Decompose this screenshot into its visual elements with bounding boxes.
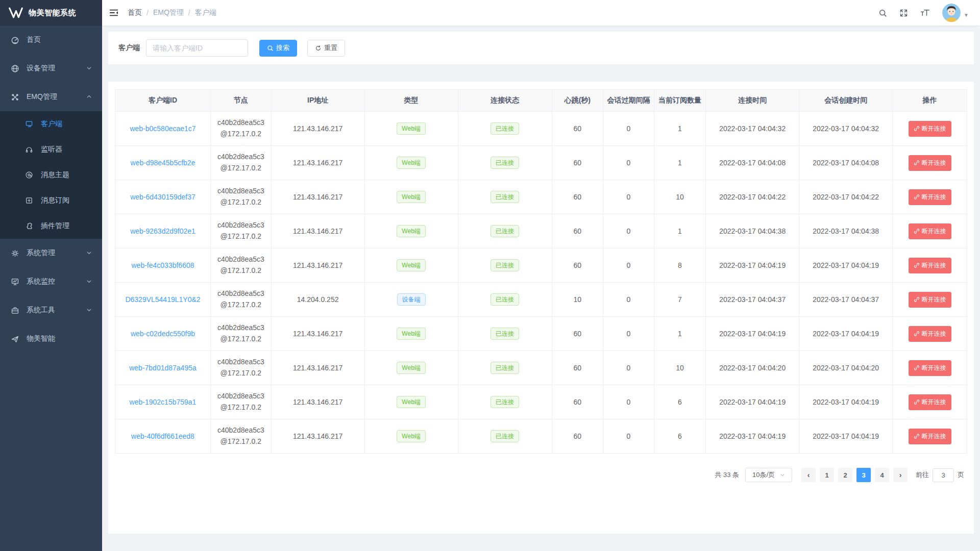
- dashboard-icon: [10, 35, 19, 44]
- sidebar-item-subscriptions[interactable]: 消息订阅: [0, 188, 102, 213]
- heartbeat-value: 60: [574, 364, 582, 372]
- status-badge: 已连接: [491, 328, 519, 340]
- disconnect-button[interactable]: 断开连接: [909, 121, 951, 137]
- created-at: 2022-03-17 04:04:19: [813, 330, 879, 338]
- sidebar-item-home[interactable]: 首页: [0, 26, 102, 54]
- subscription-count: 6: [678, 432, 682, 440]
- client-id-link[interactable]: web-7bd01d87a495a: [129, 364, 197, 372]
- heartbeat-value: 60: [574, 159, 582, 167]
- sidebar-item-system-mgmt[interactable]: 系统管理: [0, 239, 102, 267]
- subscription-count: 1: [678, 159, 682, 167]
- unlink-icon: [914, 365, 920, 371]
- client-id-input[interactable]: [146, 39, 248, 57]
- headset-icon: [24, 145, 34, 154]
- client-id-link[interactable]: web-c02dedc550f9b: [131, 330, 195, 338]
- disconnect-button[interactable]: 断开连接: [909, 292, 951, 308]
- subscription-count: 6: [678, 398, 682, 406]
- breadcrumb-item-home[interactable]: 首页: [128, 8, 142, 17]
- unlink-icon: [914, 228, 920, 234]
- avatar[interactable]: [942, 4, 961, 22]
- type-badge: Web端: [397, 191, 425, 204]
- disconnect-button[interactable]: 断开连接: [909, 189, 951, 205]
- node-name: c40b2d8ea5c3: [211, 357, 271, 368]
- total-count: 共 33 条: [715, 470, 739, 480]
- user-menu[interactable]: ▼: [942, 4, 969, 22]
- subscribe-plus-icon: [24, 196, 34, 205]
- goto-label: 前往: [916, 470, 929, 480]
- created-at: 2022-03-17 04:04:22: [813, 193, 879, 201]
- client-id-link[interactable]: web-40f6df661eed8: [131, 432, 194, 440]
- disconnect-label: 断开连接: [922, 124, 946, 133]
- breadcrumb-item-emq[interactable]: EMQ管理: [153, 8, 184, 17]
- search-button[interactable]: 搜索: [259, 40, 297, 57]
- page-size-select[interactable]: 10条/页: [745, 468, 792, 482]
- sidebar-item-plugins[interactable]: 插件管理: [0, 213, 102, 239]
- disconnect-button[interactable]: 断开连接: [909, 155, 951, 171]
- node-host: @172.17.0.2: [211, 265, 271, 277]
- table-row: web-fe4c033bf6608c40b2d8ea5c3@172.17.0.2…: [115, 248, 967, 283]
- client-id-link[interactable]: web-9263d2d9f02e1: [130, 227, 195, 235]
- fullscreen-icon[interactable]: [899, 9, 908, 17]
- disconnect-button[interactable]: 断开连接: [909, 326, 951, 342]
- node-host: @172.17.0.2: [211, 163, 271, 174]
- disconnect-button[interactable]: 断开连接: [909, 223, 951, 239]
- disconnect-button[interactable]: 断开连接: [909, 258, 951, 273]
- search-button-icon: [267, 45, 274, 52]
- sidebar-collapse-icon[interactable]: [109, 9, 118, 17]
- heartbeat-value: 60: [574, 124, 582, 133]
- client-id-link[interactable]: web-6d430159def37: [130, 193, 195, 201]
- filter-bar: 客户端 搜索 重置: [108, 32, 974, 64]
- sidebar-item-clients[interactable]: 客户端: [0, 111, 102, 137]
- sidebar-item-listeners[interactable]: 监听器: [0, 137, 102, 162]
- ip-address: 121.43.146.217: [293, 398, 342, 406]
- client-id-link[interactable]: D6329VL54419L1Y0&2: [125, 295, 200, 304]
- unlink-icon: [914, 194, 920, 200]
- next-page-button[interactable]: ›: [893, 468, 908, 482]
- page-button-3[interactable]: 3: [856, 468, 871, 482]
- type-badge: 设备端: [397, 293, 426, 306]
- ip-address: 121.43.146.217: [293, 227, 342, 235]
- disconnect-button[interactable]: 断开连接: [909, 429, 951, 444]
- column-header: IP地址: [271, 90, 364, 112]
- chevron-down-icon: [86, 64, 92, 72]
- client-id-link[interactable]: web-fe4c033bf6608: [132, 261, 194, 269]
- type-badge: Web端: [397, 225, 425, 238]
- breadcrumb-item-current: 客户端: [195, 8, 216, 17]
- goto-page-input[interactable]: [933, 468, 954, 482]
- prev-page-button[interactable]: ‹: [801, 468, 816, 482]
- sidebar-item-system-monitor[interactable]: 系统监控: [0, 267, 102, 296]
- column-header: 心跳(秒): [552, 90, 603, 112]
- font-size-icon[interactable]: [920, 9, 930, 17]
- disconnect-button[interactable]: 断开连接: [909, 360, 951, 376]
- client-id-link[interactable]: web-b0c580ecae1c7: [130, 124, 195, 133]
- client-id-link[interactable]: web-1902c15b759a1: [130, 398, 197, 406]
- unlink-icon: [914, 331, 920, 337]
- sidebar-item-devices[interactable]: 设备管理: [0, 54, 102, 83]
- type-badge: Web端: [397, 328, 425, 340]
- sidebar-item-topics[interactable]: 消息主题: [0, 162, 102, 188]
- disconnect-button[interactable]: 断开连接: [909, 394, 951, 410]
- sidebar-item-wumei[interactable]: 物美智能: [0, 324, 102, 353]
- page-button-2[interactable]: 2: [838, 468, 852, 482]
- chevron-up-icon: [86, 93, 92, 101]
- node-name: c40b2d8ea5c3: [211, 288, 271, 299]
- page-button-1[interactable]: 1: [820, 468, 834, 482]
- subscription-count: 8: [678, 261, 682, 269]
- page-button-4[interactable]: 4: [875, 468, 889, 482]
- table-row: web-6d430159def37c40b2d8ea5c3@172.17.0.2…: [115, 180, 967, 214]
- disconnect-label: 断开连接: [922, 330, 946, 338]
- table-row: web-d98e45b5cfb2ec40b2d8ea5c3@172.17.0.2…: [115, 146, 967, 180]
- connected-at: 2022-03-17 04:04:19: [719, 398, 786, 406]
- unlink-icon: [914, 160, 920, 166]
- sidebar-item-emq[interactable]: EMQ管理: [0, 83, 102, 111]
- status-badge: 已连接: [491, 191, 519, 204]
- sidebar-item-system-tools[interactable]: 系统工具: [0, 296, 102, 324]
- node-name: c40b2d8ea5c3: [211, 117, 271, 129]
- refresh-icon: [315, 45, 322, 52]
- sidebar-item-label: 消息订阅: [41, 196, 69, 205]
- client-id-link[interactable]: web-d98e45b5cfb2e: [131, 159, 195, 167]
- logo-icon: [8, 6, 23, 19]
- reset-button[interactable]: 重置: [307, 40, 345, 57]
- search-icon[interactable]: [878, 9, 887, 17]
- filter-label: 客户端: [118, 43, 140, 53]
